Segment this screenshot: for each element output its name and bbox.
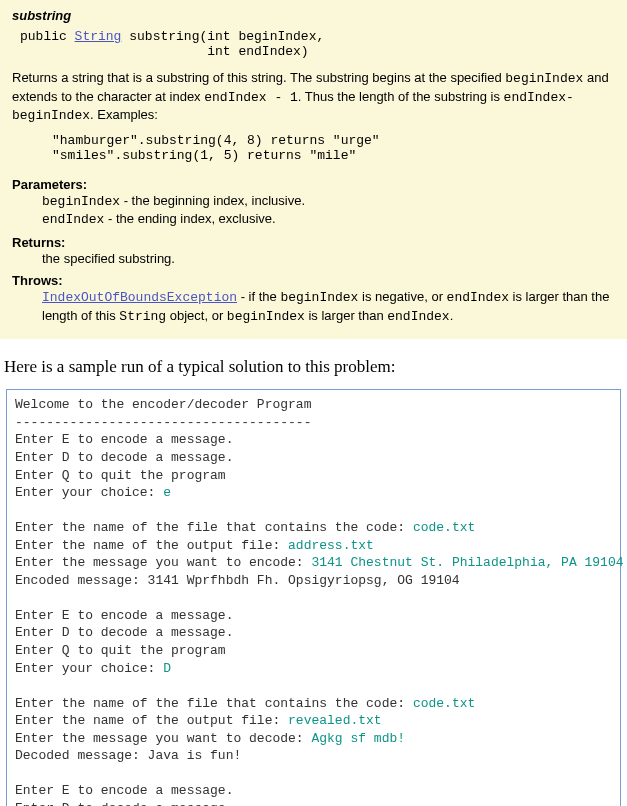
returns-text: the specified substring. — [42, 251, 175, 266]
desc-text: . Thus the length of the substring is — [298, 89, 504, 104]
throws-code: endIndex — [387, 309, 449, 324]
term-input: address.txt — [288, 538, 374, 553]
term-prompt: Enter the message you want to encode: — [15, 555, 311, 570]
desc-code: beginIndex — [505, 71, 583, 86]
term-line: Enter E to encode a message. — [15, 608, 233, 623]
throws-code: beginIndex — [227, 309, 305, 324]
term-line: Enter D to decode a message. — [15, 625, 233, 640]
throws-text: is larger than — [305, 308, 387, 323]
term-line: Welcome to the encoder/decoder Program — [15, 397, 311, 412]
term-prompt: Enter the name of the file that contains… — [15, 520, 413, 535]
javadoc-block: substring public String substring(int be… — [0, 0, 627, 339]
param-name: beginIndex — [42, 194, 120, 209]
parameters-label: Parameters: — [12, 177, 615, 192]
throws-text: object, or — [166, 308, 227, 323]
term-line: -------------------------------------- — [15, 415, 311, 430]
term-line: Decoded message: Java is fun! — [15, 748, 241, 763]
term-prompt: Enter the name of the output file: — [15, 713, 288, 728]
term-line: Encoded message: 3141 Wprfhbdh Fh. Opsig… — [15, 573, 460, 588]
term-input: code.txt — [413, 696, 475, 711]
term-line: Enter D to decode a message. — [15, 801, 233, 806]
term-input: Agkg sf mdb! — [311, 731, 405, 746]
sig-rest2: int endIndex) — [20, 44, 309, 59]
sig-rest1: substring(int beginIndex, — [121, 29, 324, 44]
throws-code: endIndex — [447, 290, 509, 305]
throws-exception-link[interactable]: IndexOutOfBoundsException — [42, 290, 237, 305]
throws-label: Throws: — [12, 273, 615, 288]
example-line: "smiles".substring(1, 5) returns "mile" — [52, 148, 356, 163]
examples-block: "hamburger".substring(4, 8) returns "urg… — [52, 133, 615, 163]
desc-code: endIndex - 1 — [204, 90, 298, 105]
throws-text: is negative, or — [358, 289, 446, 304]
desc-text: . Examples: — [90, 107, 158, 122]
method-signature: public String substring(int beginIndex, … — [20, 29, 615, 59]
throws-code: beginIndex — [280, 290, 358, 305]
term-prompt: Enter the name of the output file: — [15, 538, 288, 553]
returns-body: the specified substring. — [42, 250, 615, 268]
param-name: endIndex — [42, 212, 104, 227]
term-line: Enter E to encode a message. — [15, 783, 233, 798]
term-prompt: Enter the message you want to decode: — [15, 731, 311, 746]
sig-prefix: public — [20, 29, 75, 44]
term-prompt: Enter your choice: — [15, 485, 163, 500]
term-input: revealed.txt — [288, 713, 382, 728]
term-line: Enter Q to quit the program — [15, 468, 226, 483]
term-line: Enter D to decode a message. — [15, 450, 233, 465]
param-desc: - the beginning index, inclusive. — [120, 193, 305, 208]
desc-text: Returns a string that is a substring of … — [12, 70, 505, 85]
throws-text: - if the — [237, 289, 280, 304]
term-prompt: Enter your choice: — [15, 661, 163, 676]
term-prompt: Enter the name of the file that contains… — [15, 696, 413, 711]
parameters-body: beginIndex - the beginning index, inclus… — [42, 192, 615, 229]
term-line: Enter E to encode a message. — [15, 432, 233, 447]
term-input: 3141 Chestnut St. Philadelphia, PA 19104 — [311, 555, 623, 570]
throws-code: String — [119, 309, 166, 324]
throws-text: . — [450, 308, 454, 323]
method-description: Returns a string that is a substring of … — [12, 69, 615, 125]
example-line: "hamburger".substring(4, 8) returns "urg… — [52, 133, 380, 148]
param-desc: - the ending index, exclusive. — [104, 211, 275, 226]
throws-body: IndexOutOfBoundsException - if the begin… — [42, 288, 615, 325]
sample-run-intro: Here is a sample run of a typical soluti… — [4, 357, 627, 377]
term-input: code.txt — [413, 520, 475, 535]
returns-label: Returns: — [12, 235, 615, 250]
sig-type-link[interactable]: String — [75, 29, 122, 44]
terminal-output: Welcome to the encoder/decoder Program -… — [6, 389, 621, 806]
method-name: substring — [12, 8, 615, 23]
term-input: e — [163, 485, 171, 500]
term-line: Enter Q to quit the program — [15, 643, 226, 658]
term-input: D — [163, 661, 171, 676]
